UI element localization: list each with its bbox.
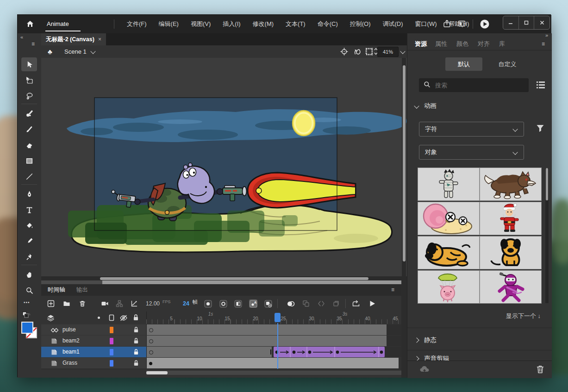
tool-zoom[interactable] — [21, 283, 37, 297]
tool-hand[interactable] — [21, 268, 37, 281]
frame-graph-icon[interactable] — [130, 299, 138, 308]
upload-asset-cloud-icon[interactable] — [419, 365, 430, 376]
tool-fluid-brush[interactable] — [21, 106, 37, 120]
tool-pen[interactable] — [21, 187, 37, 201]
menu-insert[interactable]: 插入(I) — [223, 15, 240, 33]
layer-row-pulse[interactable]: pulse — [41, 324, 401, 336]
share-icon[interactable] — [443, 19, 451, 30]
timeline-hscrollbar-track[interactable] — [146, 371, 401, 375]
layer-highlight-swatch[interactable] — [110, 349, 113, 355]
menu-commands[interactable]: 命令(C) — [318, 15, 338, 33]
menu-control[interactable]: 控制(O) — [350, 15, 371, 33]
new-folder-icon[interactable] — [62, 299, 71, 308]
menu-edit[interactable]: 编辑(E) — [159, 15, 179, 33]
tab-assets[interactable]: 资源 — [415, 38, 427, 50]
segment-default[interactable]: 默认 — [445, 57, 482, 71]
rotate-canvas-icon[interactable] — [353, 48, 361, 57]
collapse-panel-icon[interactable]: « — [20, 34, 23, 40]
tab-output[interactable]: 输出 — [76, 284, 88, 296]
playhead-marker[interactable] — [275, 313, 281, 322]
menu-debug[interactable]: 调试(D) — [383, 15, 403, 33]
minimize-button[interactable] — [503, 16, 519, 29]
layer-row-grass[interactable]: Grass — [41, 358, 401, 369]
layer-name-cell-beam2[interactable]: beam2 — [41, 336, 147, 346]
menu-modify[interactable]: 修改(M) — [253, 15, 274, 33]
asset-thumb-dog-lying[interactable] — [418, 236, 479, 269]
layer-lock-icon[interactable] — [133, 348, 139, 357]
canvas-hscrollbar-thumb[interactable] — [100, 277, 368, 280]
timeline-ruler[interactable]: 5 10 15 20 25 30 35 40 45 1s 3s — [146, 311, 401, 324]
onion-skin-icon[interactable] — [204, 299, 212, 308]
layer-track-beam1[interactable] — [146, 347, 401, 357]
add-camera-icon[interactable] — [100, 299, 109, 308]
asset-thumb-pig-parachute[interactable] — [418, 271, 479, 303]
insert-frame-icon[interactable] — [47, 299, 55, 308]
ray-gun-right[interactable] — [223, 186, 247, 201]
remove-keyframe-icon[interactable] — [264, 299, 272, 308]
asset-thumb-dog-sitting[interactable] — [480, 236, 541, 269]
show-next-link[interactable]: 显示下一个 ↓ — [506, 312, 541, 320]
fill-stroke-color-swatches[interactable] — [21, 321, 38, 342]
list-view-icon[interactable] — [536, 81, 545, 91]
tab-timeline[interactable]: 时间轴 — [48, 284, 65, 296]
tab-color[interactable]: 颜色 — [456, 38, 468, 50]
section-static-header[interactable]: 静态 — [415, 336, 437, 344]
tool-classic-brush[interactable] — [21, 122, 37, 136]
zoom-dropdown-chevron[interactable] — [400, 49, 405, 54]
scene-dropdown-chevron[interactable] — [90, 49, 95, 54]
timeline-play-icon[interactable] — [368, 299, 376, 308]
canvas-vscrollbar-thumb[interactable] — [403, 65, 406, 261]
asset-thumb-snail[interactable] — [418, 202, 479, 235]
layer-track-pulse[interactable] — [146, 324, 401, 335]
close-button[interactable] — [534, 16, 549, 29]
layer-lock-icon[interactable] — [133, 326, 139, 335]
cloud-band[interactable] — [67, 109, 406, 142]
center-stage-icon[interactable] — [340, 48, 348, 57]
expand-panel-icon[interactable]: » — [545, 32, 548, 38]
category-dropdown[interactable]: 字符 — [419, 122, 524, 137]
layer-lock-icon[interactable] — [133, 360, 139, 368]
home-icon[interactable] — [26, 20, 34, 30]
show-all-dot-icon[interactable] — [98, 317, 100, 319]
tool-eyedropper[interactable] — [21, 234, 37, 248]
canvas-hscrollbar-track[interactable] — [41, 276, 407, 280]
loop-range-icon[interactable] — [352, 299, 360, 308]
tool-paint-bucket[interactable] — [21, 218, 37, 232]
outline-view-icon[interactable] — [109, 314, 114, 323]
tool-line[interactable] — [21, 169, 37, 183]
tab-align[interactable]: 对齐 — [478, 38, 490, 50]
menu-file[interactable]: 文件(F) — [127, 15, 147, 33]
moon[interactable] — [293, 111, 315, 136]
auto-keyframe-icon[interactable]: A — [249, 299, 257, 308]
panel-menu-icon[interactable]: ≡ — [542, 38, 545, 50]
lock-layers-icon[interactable] — [133, 314, 139, 323]
asset-thumb-ninja[interactable] — [480, 271, 541, 303]
section-animated-header[interactable]: 动画 — [415, 102, 437, 110]
delete-asset-trash-icon[interactable] — [536, 365, 544, 376]
onion-skin-outline-icon[interactable] — [219, 299, 227, 308]
workspace-icon[interactable] — [457, 19, 466, 30]
assets-scrollbar-track[interactable] — [545, 168, 549, 303]
clip-content-icon[interactable] — [365, 48, 373, 57]
fps-value[interactable]: 12.00 — [146, 300, 160, 307]
layer-highlight-swatch[interactable] — [110, 327, 113, 333]
layer-track-beam2[interactable] — [146, 336, 401, 346]
tool-selection[interactable] — [21, 57, 37, 71]
canvas-pasteboard[interactable] — [41, 58, 407, 280]
asset-search-box[interactable] — [419, 78, 529, 92]
layer-lock-icon[interactable] — [133, 337, 139, 346]
layer-name-cell-beam1[interactable]: beam1 — [41, 347, 147, 357]
tween-span-beam1[interactable] — [274, 347, 385, 357]
create-tween-icon[interactable] — [287, 299, 295, 308]
menu-view[interactable]: 视图(V) — [191, 15, 211, 33]
duplicate-frames-icon[interactable] — [332, 299, 340, 308]
timeline-top-scrollbar[interactable] — [41, 280, 401, 284]
tool-transform[interactable] — [21, 73, 37, 87]
tool-eraser[interactable] — [21, 138, 37, 152]
timeline-menu-icon[interactable]: ≡ — [391, 284, 394, 296]
filter-funnel-icon[interactable] — [536, 124, 544, 134]
timeline-top-scrollbar-thumb[interactable] — [102, 280, 401, 284]
type-dropdown[interactable]: 对象 — [419, 145, 524, 160]
menu-window[interactable]: 窗口(W) — [415, 15, 437, 33]
search-input[interactable] — [434, 81, 515, 89]
